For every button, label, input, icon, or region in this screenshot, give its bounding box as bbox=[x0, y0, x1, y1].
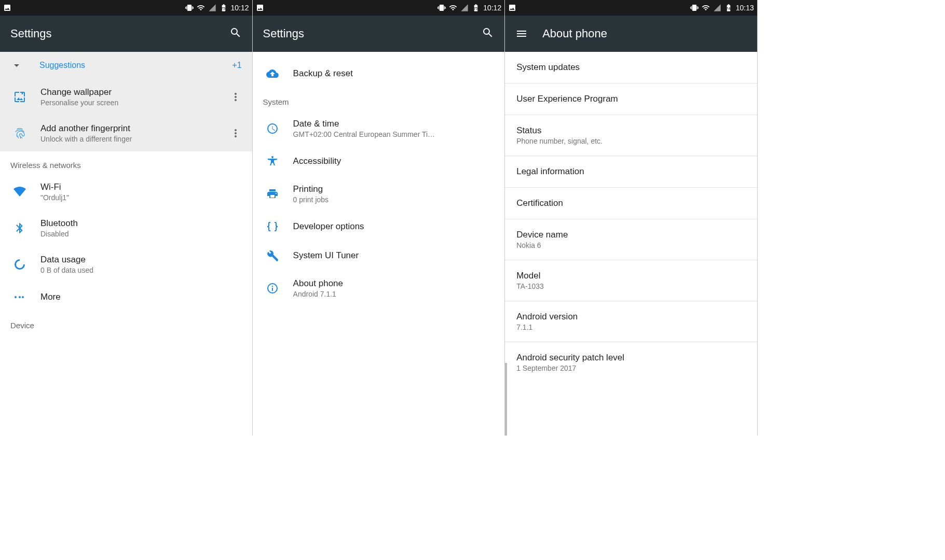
print-icon bbox=[263, 188, 282, 200]
search-button[interactable] bbox=[229, 26, 242, 41]
page-title: Settings bbox=[263, 27, 305, 40]
app-bar: About phone bbox=[505, 16, 757, 52]
row-subtitle: TA-1033 bbox=[516, 282, 746, 290]
item-ux-program[interactable]: User Experience Program bbox=[505, 83, 757, 115]
item-legal-info[interactable]: Legal information bbox=[505, 156, 757, 188]
row-title: Certification bbox=[516, 198, 746, 208]
row-subtitle: Android 7.1.1 bbox=[293, 290, 495, 298]
item-accessibility[interactable]: Accessibility bbox=[253, 147, 505, 176]
wifi-icon bbox=[10, 186, 29, 198]
item-certification[interactable]: Certification bbox=[505, 188, 757, 219]
signal-icon bbox=[208, 4, 216, 12]
wifi-icon bbox=[197, 4, 205, 12]
wifi-icon bbox=[702, 4, 710, 12]
about-list[interactable]: System updates User Experience Program S… bbox=[505, 52, 757, 436]
info-icon bbox=[263, 282, 282, 295]
menu-button[interactable] bbox=[515, 27, 528, 40]
screen-settings-system: 75 10:12 Settings Backup & reset System … bbox=[253, 0, 505, 436]
wifi-icon bbox=[449, 4, 457, 12]
row-title: User Experience Program bbox=[516, 94, 746, 104]
item-device-name[interactable]: Device name Nokia 6 bbox=[505, 219, 757, 260]
item-status[interactable]: Status Phone number, signal, etc. bbox=[505, 115, 757, 156]
row-title: System UI Tuner bbox=[293, 250, 495, 261]
notification-image-icon bbox=[508, 4, 516, 12]
row-title: System updates bbox=[516, 62, 746, 73]
section-wireless-networks: Wireless & networks bbox=[0, 151, 252, 174]
battery-icon: 75 bbox=[220, 4, 228, 12]
suggestions-badge: +1 bbox=[232, 61, 241, 70]
suggestions-header[interactable]: Suggestions +1 bbox=[0, 52, 252, 79]
row-title: Backup & reset bbox=[293, 68, 495, 79]
screen-settings-main: 75 10:12 Settings Suggestions +1 Change … bbox=[0, 0, 253, 436]
row-subtitle: 1 September 2017 bbox=[516, 364, 746, 372]
row-title: Add another fingerprint bbox=[40, 123, 229, 134]
screen-about-phone: 74 10:13 About phone System updates User… bbox=[505, 0, 758, 436]
bluetooth-icon bbox=[10, 222, 29, 234]
row-subtitle: Personalise your screen bbox=[40, 99, 229, 107]
row-subtitle: Phone number, signal, etc. bbox=[516, 137, 746, 145]
row-title: Legal information bbox=[516, 166, 746, 177]
braces-icon bbox=[263, 220, 282, 233]
row-title: Date & time bbox=[293, 119, 495, 129]
item-bluetooth[interactable]: Bluetooth Disabled bbox=[0, 210, 252, 246]
item-security-patch[interactable]: Android security patch level 1 September… bbox=[505, 342, 757, 383]
row-title: Device name bbox=[516, 230, 746, 240]
item-developer-options[interactable]: Developer options bbox=[253, 212, 505, 241]
app-bar: Settings bbox=[0, 16, 252, 52]
page-title: About phone bbox=[542, 27, 607, 40]
clock-text: 10:13 bbox=[736, 4, 754, 12]
settings-list[interactable]: Backup & reset System Date & time GMT+02… bbox=[253, 52, 505, 436]
row-title: Data usage bbox=[40, 255, 242, 265]
item-wifi[interactable]: Wi-Fi "Ordulj1" bbox=[0, 174, 252, 210]
page-title: Settings bbox=[10, 27, 52, 40]
item-system-updates[interactable]: System updates bbox=[505, 52, 757, 83]
battery-icon: 75 bbox=[472, 4, 480, 12]
overflow-button[interactable] bbox=[229, 127, 242, 139]
row-title: Model bbox=[516, 271, 746, 281]
row-title: Android version bbox=[516, 312, 746, 322]
suggestions-label: Suggestions bbox=[39, 61, 85, 70]
item-system-ui-tuner[interactable]: System UI Tuner bbox=[253, 241, 505, 270]
clock-icon bbox=[263, 122, 282, 135]
item-data-usage[interactable]: Data usage 0 B of data used bbox=[0, 246, 252, 283]
item-backup-reset[interactable]: Backup & reset bbox=[253, 52, 505, 88]
data-usage-icon bbox=[10, 258, 29, 271]
item-about-phone[interactable]: About phone Android 7.1.1 bbox=[253, 270, 505, 306]
row-title: Printing bbox=[293, 184, 495, 194]
item-more[interactable]: More bbox=[0, 283, 252, 312]
vibrate-icon bbox=[690, 4, 699, 12]
item-android-version[interactable]: Android version 7.1.1 bbox=[505, 301, 757, 342]
row-subtitle: 0 print jobs bbox=[293, 195, 495, 204]
row-title: Android security patch level bbox=[516, 353, 746, 363]
wrench-icon bbox=[263, 249, 282, 262]
item-date-time[interactable]: Date & time GMT+02:00 Central European S… bbox=[253, 110, 505, 147]
accessibility-icon bbox=[263, 155, 282, 167]
battery-icon: 74 bbox=[724, 4, 733, 12]
overflow-button[interactable] bbox=[229, 91, 242, 103]
row-title: Accessibility bbox=[293, 156, 495, 166]
row-title: Change wallpaper bbox=[40, 87, 229, 97]
fingerprint-icon bbox=[10, 127, 29, 139]
status-bar: 75 10:12 bbox=[253, 0, 505, 16]
row-subtitle: GMT+02:00 Central European Summer Ti… bbox=[293, 130, 495, 138]
suggestion-add-fingerprint[interactable]: Add another fingerprint Unlock with a di… bbox=[0, 115, 252, 151]
row-subtitle: Disabled bbox=[40, 230, 242, 238]
item-model[interactable]: Model TA-1033 bbox=[505, 260, 757, 301]
item-printing[interactable]: Printing 0 print jobs bbox=[253, 176, 505, 212]
section-system: System bbox=[253, 88, 505, 110]
row-title: About phone bbox=[293, 278, 495, 289]
clock-text: 10:12 bbox=[483, 4, 501, 12]
section-device: Device bbox=[0, 312, 252, 334]
settings-list[interactable]: Suggestions +1 Change wallpaper Personal… bbox=[0, 52, 252, 436]
row-subtitle: 7.1.1 bbox=[516, 323, 746, 331]
more-icon bbox=[10, 291, 29, 303]
backup-icon bbox=[263, 67, 282, 80]
row-title: Bluetooth bbox=[40, 218, 242, 229]
row-title: More bbox=[40, 292, 242, 302]
search-button[interactable] bbox=[482, 26, 494, 41]
vibrate-icon bbox=[185, 4, 194, 12]
app-bar: Settings bbox=[253, 16, 505, 52]
suggestion-change-wallpaper[interactable]: Change wallpaper Personalise your screen bbox=[0, 79, 252, 115]
signal-icon bbox=[460, 4, 469, 12]
scrollbar-thumb[interactable] bbox=[505, 363, 507, 436]
